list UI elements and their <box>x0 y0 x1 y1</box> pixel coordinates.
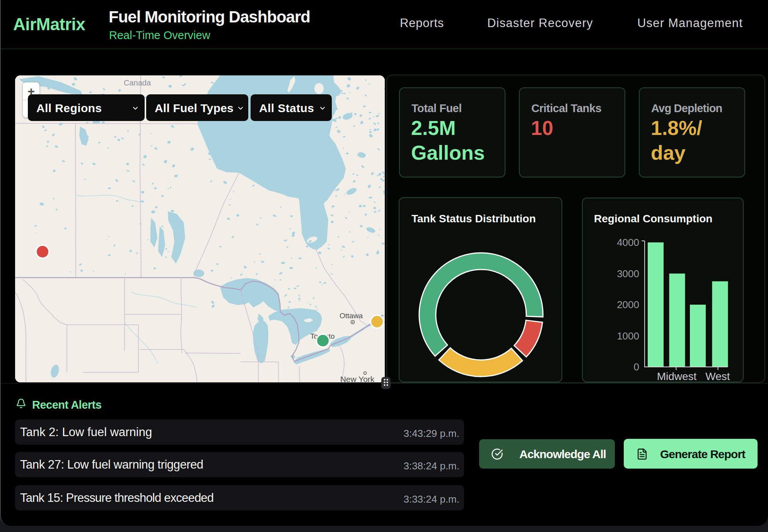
svg-text:New York: New York <box>340 375 375 382</box>
svg-text:Canada: Canada <box>124 78 151 87</box>
svg-text:2000: 2000 <box>617 299 639 310</box>
svg-text:Midwest: Midwest <box>657 370 697 382</box>
svg-text:West: West <box>705 370 730 382</box>
svg-text:3000: 3000 <box>617 268 639 280</box>
svg-text:4000: 4000 <box>617 237 639 248</box>
svg-text:0: 0 <box>634 361 639 373</box>
svg-text:Ottawa: Ottawa <box>340 312 363 320</box>
svg-text:1000: 1000 <box>617 330 639 342</box>
